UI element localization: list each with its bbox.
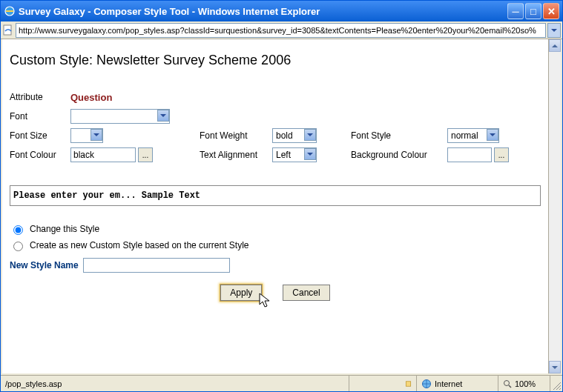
scroll-down-button[interactable] (549, 361, 561, 373)
title-bar: Survey Galaxy - Composer Style Tool - Wi… (1, 1, 562, 21)
label-background-colour: Background Colour (351, 150, 447, 160)
status-bar: /pop_styles.asp Internet 100% (1, 375, 562, 391)
radio-change-style-input[interactable] (13, 225, 23, 235)
input-background-colour[interactable] (447, 147, 492, 162)
svg-rect-2 (406, 381, 410, 385)
close-button[interactable]: ✕ (543, 3, 559, 19)
status-zone-text: Internet (435, 379, 462, 388)
select-font-weight[interactable]: bold (272, 128, 317, 143)
label-font-weight: Font Weight (200, 130, 272, 141)
input-new-style-name[interactable] (83, 258, 230, 273)
radio-create-style-input[interactable] (13, 242, 23, 251)
scroll-track[interactable] (549, 52, 561, 361)
status-zoom-text: 100% (515, 379, 536, 388)
select-text-alignment[interactable]: Left (272, 147, 317, 162)
window: Survey Galaxy - Composer Style Tool - Wi… (0, 0, 563, 392)
content-area: Custom Style: Newsletter Survey Scheme 2… (1, 39, 562, 375)
label-new-style-name: New Style Name (10, 260, 79, 270)
browse-font-colour-button[interactable]: ... (138, 147, 153, 162)
resize-grip[interactable] (550, 376, 562, 391)
select-font[interactable] (70, 109, 170, 124)
radio-group: Change this Style Create as new Custom S… (10, 221, 541, 253)
browse-bg-colour-button[interactable]: ... (494, 147, 509, 162)
globe-icon (421, 379, 432, 389)
new-style-name-row: New Style Name (10, 258, 541, 273)
label-font-colour: Font Colour (10, 150, 70, 160)
page-icon (2, 24, 14, 36)
value-attribute: Question (70, 92, 112, 103)
status-zone: Internet (417, 376, 498, 391)
radio-create-style[interactable]: Create as new Custom Style based on the … (10, 237, 541, 253)
vertical-scrollbar[interactable] (548, 39, 561, 373)
status-zoom[interactable]: 100% (498, 376, 550, 391)
ie-icon (4, 5, 16, 17)
label-font-size: Font Size (10, 130, 70, 141)
cancel-button[interactable]: Cancel (283, 285, 329, 301)
select-font-style[interactable]: normal (447, 128, 499, 143)
radio-change-style[interactable]: Change this Style (10, 221, 541, 237)
svg-point-4 (504, 380, 510, 385)
select-font-size[interactable] (70, 128, 103, 143)
address-bar (1, 21, 562, 39)
page-content: Custom Style: Newsletter Survey Scheme 2… (2, 39, 548, 373)
form: Attribute Question Font Font Size (10, 87, 541, 165)
label-font: Font (10, 111, 70, 122)
scroll-up-button[interactable] (549, 39, 561, 52)
label-attribute: Attribute (10, 92, 70, 102)
input-font-colour[interactable] (70, 147, 136, 162)
preview-box: Please enter your em... Sample Text (10, 185, 541, 206)
radio-change-style-label: Change this Style (30, 224, 99, 234)
status-path: /pop_styles.asp (1, 376, 349, 391)
label-font-style: Font Style (351, 130, 447, 141)
address-input[interactable] (16, 23, 546, 38)
page-title: Custom Style: Newsletter Survey Scheme 2… (10, 53, 541, 68)
label-text-alignment: Text Alignment (200, 150, 272, 160)
window-title: Survey Galaxy - Composer Style Tool - Wi… (19, 6, 320, 17)
address-dropdown-button[interactable] (547, 23, 561, 38)
svg-line-5 (509, 385, 511, 388)
magnifier-icon (503, 379, 512, 388)
maximize-button[interactable]: □ (525, 3, 541, 19)
apply-button[interactable]: Apply (220, 285, 262, 301)
minimize-button[interactable]: ─ (507, 3, 524, 19)
status-security-icon (401, 376, 417, 391)
button-row: Apply Cancel (116, 285, 435, 301)
radio-create-style-label: Create as new Custom Style based on the … (30, 240, 248, 250)
